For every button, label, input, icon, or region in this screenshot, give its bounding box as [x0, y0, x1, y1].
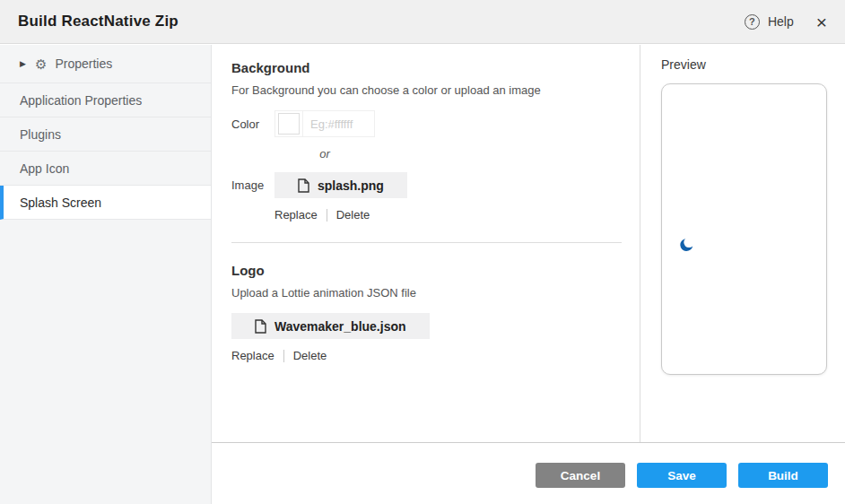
background-image-file-chip[interactable]: splash.png	[274, 172, 407, 198]
section-divider	[231, 242, 622, 243]
document-icon	[298, 178, 309, 193]
background-image-filename: splash.png	[318, 178, 384, 193]
link-divider	[283, 350, 284, 362]
logo-filename: Wavemaker_blue.json	[274, 319, 406, 334]
color-swatch[interactable]	[278, 113, 300, 135]
logo-file-actions: Replace Delete	[231, 349, 622, 362]
header-actions: ? Help ×	[745, 13, 827, 31]
dialog-title: Build ReactNative Zip	[18, 13, 179, 30]
image-field-row: Image splash.png	[231, 172, 622, 198]
sidebar-item-label: App Icon	[20, 161, 69, 176]
document-icon	[255, 319, 266, 334]
sidebar-item-splash-screen[interactable]: Splash Screen	[0, 186, 211, 220]
sidebar: ▶ ⚙ Properties Application Properties Pl…	[0, 45, 212, 504]
dialog-header: Build ReactNative Zip ? Help ×	[0, 0, 845, 44]
preview-title: Preview	[661, 57, 845, 72]
replace-link[interactable]: Replace	[274, 208, 318, 222]
sidebar-item-plugins[interactable]: Plugins	[0, 117, 211, 152]
background-section-description: For Background you can choose a color or…	[231, 83, 622, 97]
background-section-title: Background	[231, 60, 622, 75]
sidebar-item-app-icon[interactable]: App Icon	[0, 152, 211, 186]
sidebar-item-properties[interactable]: ▶ ⚙ Properties	[0, 45, 211, 83]
logo-section-description: Upload a Lottie animation JSON file	[231, 286, 622, 300]
splash-preview-frame	[661, 83, 827, 375]
dialog-footer: Cancel Save Build	[212, 442, 845, 504]
lottie-animation-crescent-icon	[679, 238, 693, 252]
color-field-row: Color	[231, 110, 622, 137]
cancel-button[interactable]: Cancel	[536, 463, 625, 488]
color-input-group	[274, 110, 375, 137]
sidebar-item-application-properties[interactable]: Application Properties	[0, 83, 211, 117]
gear-icon: ⚙	[35, 57, 47, 71]
or-separator-label: or	[274, 147, 375, 161]
main-content: Background For Background you can choose…	[212, 45, 640, 442]
help-icon[interactable]: ?	[745, 14, 760, 30]
expander-triangle-icon[interactable]: ▶	[20, 59, 26, 68]
sidebar-item-label: Splash Screen	[20, 196, 101, 210]
delete-link[interactable]: Delete	[293, 349, 327, 362]
logo-file-chip[interactable]: Wavemaker_blue.json	[231, 313, 430, 339]
logo-section-title: Logo	[231, 263, 622, 278]
preview-panel: Preview	[640, 45, 845, 442]
background-file-actions: Replace Delete	[274, 208, 622, 222]
sidebar-properties-label: Properties	[55, 56, 112, 71]
close-icon[interactable]: ×	[816, 13, 827, 31]
link-divider	[327, 209, 327, 222]
color-hex-input[interactable]	[302, 111, 374, 136]
image-label: Image	[231, 172, 274, 192]
help-link[interactable]: Help	[768, 14, 794, 29]
delete-link[interactable]: Delete	[336, 208, 370, 222]
build-reactnative-dialog: Build ReactNative Zip ? Help × ▶ ⚙ Prope…	[0, 0, 845, 504]
replace-link[interactable]: Replace	[231, 349, 274, 362]
save-button[interactable]: Save	[637, 463, 727, 488]
sidebar-item-label: Application Properties	[20, 93, 142, 108]
build-button[interactable]: Build	[738, 463, 828, 488]
logo-section: Logo Upload a Lottie animation JSON file…	[231, 263, 622, 362]
color-label: Color	[231, 110, 274, 131]
sidebar-item-label: Plugins	[20, 127, 61, 142]
